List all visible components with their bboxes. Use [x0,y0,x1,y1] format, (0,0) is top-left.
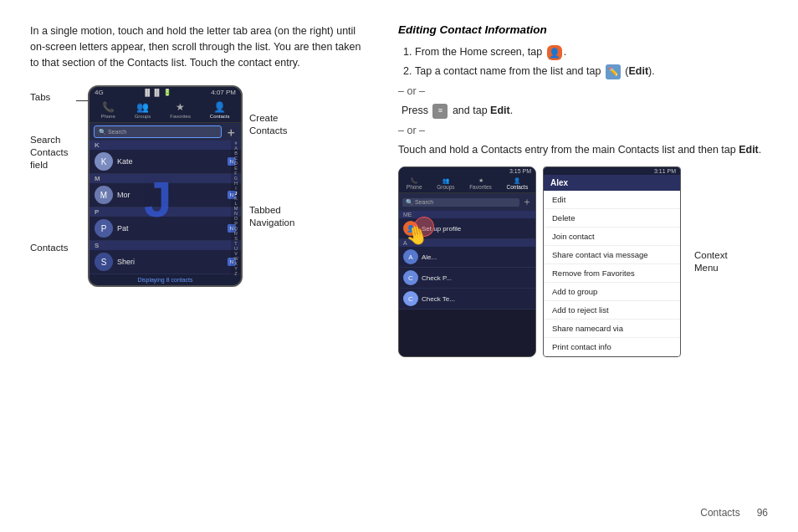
sp-contact-setup: 👤 Set up profile 🤚 [399,218,535,239]
sp-contact-check1: C Check P... [399,268,535,289]
sp-name-setup: Set up profile [422,225,531,233]
contacts-home-icon: 👤 [547,45,562,60]
phone-search-row: 🔍 Search ＋ [90,123,241,141]
sp-tab-contacts: 👤Contacts [506,177,528,190]
sp-name-alex-partial: Ale... [422,253,531,261]
section-title: Editing Contact Information [398,23,768,36]
small-phone-left: 3:15 PM 📞Phone 👥Groups ★Favorites 👤Conta… [398,166,536,357]
tab-phone: 📞 Phone [100,101,115,119]
sp-search-row: 🔍 Search ＋ [399,193,535,211]
sp-tab-favorites: ★Favorites [469,177,492,190]
cp-menu-add-group[interactable]: Add to group [544,283,680,301]
footer-page: 96 [757,507,768,519]
right-labels: Create Contacts Tabbed Navigation [249,85,294,229]
step-1: From the Home screen, tap 👤. [415,44,768,60]
sp-name-check2: Check Te... [422,295,531,303]
label-tabbed-navigation: Tabbed Navigation [249,204,294,229]
contact-name-kate: Kate [117,157,223,166]
cp-status: 3:11 PM [544,167,680,175]
page-footer: Contacts 96 [700,507,768,519]
phone-mockup: 4G ▐▌▐▌ 🔋 4:07 PM 📞 Phone 👥 Groups [88,85,243,287]
cp-menu-edit[interactable]: Edit [544,191,680,209]
cp-menu-print[interactable]: Print contact info [544,338,680,356]
sp-avatar-check2: C [403,291,418,306]
or-separator-2: – or – [398,123,768,139]
big-letter-j: J [144,171,171,228]
label-search-contacts: Search Contacts field [30,134,84,171]
phone-search-box[interactable]: 🔍 Search [94,125,222,138]
cp-contact-name: Alex [544,175,680,191]
menu-icon: ≡ [432,104,448,119]
sidebar-letters: #ABCD EFGHI J KLMNO PQRST UVWXYZ [231,141,241,274]
label-tabs: Tabs [30,92,84,102]
body-text: Touch and hold a Contacts entry from the… [398,142,768,158]
or-separator-1: – or – [398,84,768,100]
tab-groups: 👥 Groups [135,101,151,119]
phone-contact-list: K K Kate N M M Mor N P P Pat [90,141,241,274]
right-column: Editing Contact Information From the Hom… [390,23,768,515]
instructions: From the Home screen, tap 👤. Tap a conta… [398,44,768,158]
sp-avatar-check1: C [403,270,418,285]
footer-section: Contacts [700,507,739,519]
section-s: S [90,241,241,250]
sp-tab-phone: 📞Phone [407,177,422,190]
step-2-alt: Press ≡ and tap Edit. [402,103,768,119]
avatar: K [95,152,113,171]
table-row: S Sheri N [90,250,241,274]
sp-contact-list: ME 👤 Set up profile 🤚 A A Ale... [399,211,535,309]
edit-icon: ✏️ [606,64,621,79]
section-k: K [90,141,241,150]
phone-tabs-bar: 📞 Phone 👥 Groups ★ Favorites 👤 Contacts [90,98,241,123]
context-phone: 3:11 PM Alex Edit Delete Join contact Sh… [543,166,681,357]
sp-search-box[interactable]: 🔍 Search [402,198,519,207]
intro-text: In a single motion, touch and hold the l… [30,23,365,70]
contact-name-sheri: Sheri [117,258,223,266]
label-create-contacts: Create Contacts [249,112,294,137]
tab-favorites: ★ Favorites [170,101,191,119]
sp-plus-icon[interactable]: ＋ [522,195,532,209]
sp-contact-alex: A Ale... [399,247,535,268]
cp-menu-join[interactable]: Join contact [544,228,680,246]
cp-menu-add-reject[interactable]: Add to reject list [544,301,680,320]
sp-status-left: 3:15 PM [399,167,535,175]
avatar: P [95,219,113,238]
sp-name-check1: Check P... [422,274,531,282]
phone-status-bar: 4G ▐▌▐▌ 🔋 4:07 PM [90,87,241,98]
screenshots-row: 3:15 PM 📞Phone 👥Groups ★Favorites 👤Conta… [398,166,768,357]
create-contact-plus-icon[interactable]: ＋ [225,126,237,138]
sp-avatar-contact: A [403,249,418,264]
cp-menu-share-namecard[interactable]: Share namecard via [544,320,680,338]
avatar: S [95,253,113,271]
cp-menu-delete[interactable]: Delete [544,209,680,228]
avatar: M [95,186,113,204]
step-2: Tap a contact name from the list and tap… [415,64,768,79]
context-menu-label: Context Menu [694,249,728,274]
phone-footer: Displaying 8 contacts [90,274,241,285]
sp-tabs: 📞Phone 👥Groups ★Favorites 👤Contacts [399,175,535,193]
sp-tab-groups: 👥Groups [437,177,454,190]
tab-contacts: 👤 Contacts [210,101,230,119]
cp-menu-share-message[interactable]: Share contact via message [544,246,680,264]
label-contacts: Contacts [30,243,84,253]
cp-menu-remove-favorites[interactable]: Remove from Favorites [544,264,680,283]
sp-contact-check2: C Check Te... [399,289,535,309]
